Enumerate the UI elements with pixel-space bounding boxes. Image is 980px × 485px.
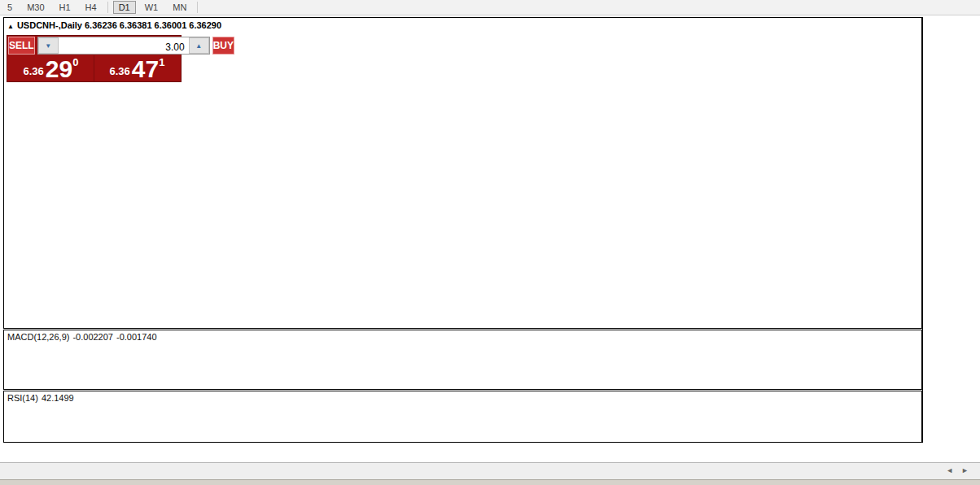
timeframe-button-w1[interactable]: W1 <box>139 1 164 14</box>
rsi-value: 42.1499 <box>42 393 74 403</box>
macd-title: MACD(12,26,9)-0.002207-0.001740 <box>7 332 160 342</box>
timeframe-button-h4[interactable]: H4 <box>80 1 103 14</box>
rsi-title: RSI(14)42.1499 <box>7 393 77 403</box>
sell-price[interactable]: 6.36 29 0 <box>8 55 94 81</box>
one-click-trading-panel: SELL ▼ ▲ BUY 6.36 29 0 6.36 47 1 <box>7 35 182 82</box>
ohlc-open: 6.36236 <box>85 20 117 30</box>
volume-decrease-icon[interactable]: ▼ <box>38 37 59 54</box>
toolbar-separator <box>197 2 198 13</box>
sell-price-base: 6.36 <box>24 65 44 77</box>
ohlc-high: 6.36381 <box>120 20 152 30</box>
macd-value: -0.002207 <box>72 332 113 342</box>
volume-input[interactable] <box>59 37 189 54</box>
timeframe-button-m30[interactable]: M30 <box>21 1 50 14</box>
ohlc-close: 6.36290 <box>189 20 221 30</box>
chart-symbol-title: ▲USDCNH-,Daily6.362366.363816.360016.362… <box>7 20 224 30</box>
timeframe-button-d1[interactable]: D1 <box>113 1 136 14</box>
volume-increase-icon[interactable]: ▲ <box>189 37 209 54</box>
buy-price-fraction: 1 <box>159 56 164 68</box>
timeframe-button-mn[interactable]: MN <box>167 1 192 14</box>
price-axis-line <box>922 17 923 443</box>
tab-scroll-right-icon[interactable]: ► <box>961 466 969 474</box>
sell-price-fraction: 0 <box>72 56 78 68</box>
sell-price-pips: 29 <box>46 59 72 80</box>
status-bar <box>0 479 980 485</box>
macd-signal-value: -0.001740 <box>116 332 157 342</box>
macd-label: MACD(12,26,9) <box>7 332 69 342</box>
collapse-triangle-icon: ▲ <box>7 23 14 30</box>
buy-price[interactable]: 6.36 47 1 <box>94 55 180 81</box>
buy-button[interactable]: BUY <box>212 37 234 55</box>
sell-button[interactable]: SELL <box>8 37 35 55</box>
timeframe-button-h1[interactable]: H1 <box>54 1 77 14</box>
tab-scroll-left-icon[interactable]: ◄ <box>946 466 953 474</box>
rsi-label: RSI(14) <box>7 393 38 403</box>
buy-price-base: 6.36 <box>110 65 130 77</box>
timeframe-button-5[interactable]: 5 <box>2 1 18 14</box>
symbol-name: USDCNH-,Daily <box>17 20 82 30</box>
symbol-tabbar: ◄ ► <box>0 462 980 479</box>
toolbar-separator <box>107 2 108 13</box>
timeframe-toolbar: 5M30H1H4D1W1MN <box>0 0 980 15</box>
buy-price-pips: 47 <box>132 59 159 80</box>
ohlc-low: 6.36001 <box>155 20 187 30</box>
